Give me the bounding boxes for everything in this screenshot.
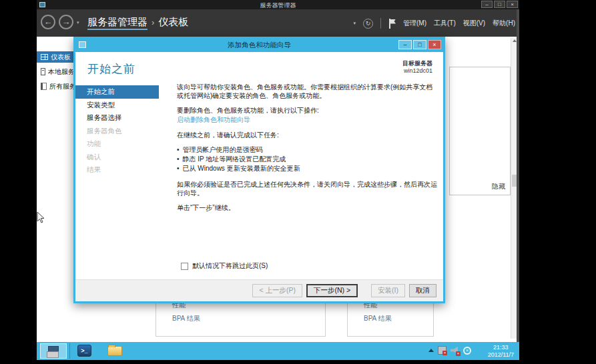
- menu-view[interactable]: 视图(V): [463, 19, 485, 28]
- window-right-edge: [517, 9, 519, 342]
- previous-button: < 上一步(P): [252, 284, 302, 297]
- tile-row-bpa-results[interactable]: BPA 结果: [348, 312, 433, 325]
- window-close-button[interactable]: ×: [507, 1, 518, 8]
- sidebar-item-all-servers[interactable]: 所有服务器: [37, 81, 73, 92]
- bullet-icon: •: [177, 145, 180, 155]
- sidebar-item-local-server[interactable]: 本地服务器: [37, 66, 73, 77]
- step-server-roles: 服务器角色: [75, 125, 170, 138]
- taskbar-clock[interactable]: 21:33 2012/11/7: [488, 344, 514, 359]
- sidebar-item-dashboard[interactable]: 仪表板: [37, 51, 73, 63]
- clock-time: 21:33: [488, 344, 514, 351]
- window-titlebar: 服务器管理器 – □ ×: [37, 0, 519, 9]
- notifications-dropdown-icon[interactable]: ▾: [353, 21, 356, 26]
- welcome-tile-panel: 隐藏: [449, 67, 511, 195]
- next-button[interactable]: 下一步(N) >: [306, 284, 358, 297]
- verify-paragraph: 如果你必须验证是否已完成上述任何先决条件，请关闭向导，完成这些步骤，然后再次运行…: [177, 180, 438, 197]
- breadcrumb-server-manager[interactable]: 服务器管理器: [87, 16, 147, 30]
- prerequisite-text: 静态 IP 地址等网络设置已配置完成: [183, 155, 286, 164]
- step-before-you-begin[interactable]: 开始之前: [75, 85, 159, 99]
- intro-paragraph: 该向导可帮助你安装角色、角色服务或功能。你需要根据组织的计算要求(例如共享文档或…: [177, 83, 438, 100]
- hide-link[interactable]: 隐藏: [492, 182, 505, 191]
- tile-row-bpa-results[interactable]: BPA 结果: [156, 312, 325, 325]
- file-explorer-taskbar-icon[interactable]: [107, 346, 122, 356]
- target-server-name: win12dc01: [402, 67, 432, 75]
- taskbar-divider: [69, 343, 70, 359]
- click-next-paragraph: 单击“下一步”继续。: [177, 203, 438, 212]
- step-features: 功能: [75, 137, 170, 151]
- dialog-title: 添加角色和功能向导: [75, 41, 443, 50]
- dashboard-icon: [41, 54, 48, 60]
- step-confirmation: 确认: [75, 151, 170, 164]
- dialog-maximize-button[interactable]: □: [413, 40, 426, 49]
- forward-dropdown-icon[interactable]: ▾: [77, 20, 79, 25]
- taskbar: >_ × × × 21:33 2012/11/7: [37, 342, 519, 360]
- breadcrumb-separator-icon: ›: [152, 17, 154, 27]
- tray-network-disconnected-icon[interactable]: ×: [463, 347, 471, 355]
- back-button[interactable]: ←: [41, 15, 55, 29]
- skip-page-checkbox[interactable]: [181, 263, 188, 270]
- step-installation-type[interactable]: 安装类型: [75, 99, 170, 112]
- prerequisites-list: • 管理员帐户使用的是强密码 • 静态 IP 地址等网络设置已配置完成 • 已从…: [177, 145, 438, 173]
- wizard-body-text: 该向导可帮助你安装角色、角色服务或功能。你需要根据组织的计算要求(例如共享文档或…: [177, 83, 438, 218]
- nav-divider: [380, 18, 381, 29]
- servers-icon: [41, 83, 47, 90]
- breadcrumb-dashboard[interactable]: 仪表板: [158, 16, 188, 27]
- scrollbar-thumb[interactable]: [512, 175, 517, 187]
- refresh-icon[interactable]: ↻: [363, 19, 373, 29]
- dialog-minimize-button[interactable]: –: [398, 40, 412, 49]
- tray-server-alert-icon[interactable]: ×: [438, 346, 446, 355]
- system-tray: × × ×: [428, 346, 471, 355]
- prerequisite-text: 已从 Windows 更新安装最新的安全更新: [183, 164, 300, 173]
- taskbar-server-manager-button[interactable]: [40, 343, 67, 359]
- step-server-selection[interactable]: 服务器选择: [75, 111, 170, 125]
- add-roles-features-wizard-dialog: 添加角色和功能向导 – □ × 开始之前 目标服务器 win12dc01 开始之…: [73, 37, 445, 303]
- list-item: • 已从 Windows 更新安装最新的安全更新: [177, 164, 438, 173]
- sidebar-item-label: 仪表板: [51, 53, 71, 62]
- forward-button[interactable]: →: [59, 15, 73, 29]
- before-continue-paragraph: 在继续之前，请确认完成以下任务:: [177, 131, 438, 139]
- tray-volume-muted-icon[interactable]: ×: [451, 346, 459, 355]
- bullet-icon: •: [177, 164, 180, 173]
- window-maximize-button[interactable]: □: [494, 1, 505, 8]
- list-item: • 管理员帐户使用的是强密码: [177, 145, 438, 155]
- mouse-cursor: [37, 211, 45, 224]
- menu-help[interactable]: 帮助(H): [493, 19, 515, 28]
- powershell-taskbar-icon[interactable]: >_: [77, 345, 91, 357]
- list-item: • 静态 IP 地址等网络设置已配置完成: [177, 155, 438, 164]
- prerequisite-text: 管理员帐户使用的是强密码: [183, 145, 263, 155]
- menu-tools[interactable]: 工具(T): [434, 19, 456, 28]
- main-scrollbar[interactable]: [511, 38, 517, 339]
- wizard-page-title: 开始之前: [87, 61, 135, 77]
- sidebar-item-label: 所有服务器: [49, 82, 73, 91]
- start-remove-wizard-link[interactable]: 启动删除角色和功能向导: [177, 115, 438, 124]
- skip-page-checkbox-label: 默认情况下将跳过此页(S): [192, 261, 268, 271]
- wizard-steps-nav: 开始之前 安装类型 服务器选择 服务器角色 功能 确认 结果: [75, 85, 170, 177]
- step-results: 结果: [75, 163, 170, 177]
- target-server-label: 目标服务器: [402, 60, 432, 67]
- install-button: 安装(I): [371, 284, 405, 297]
- sidebar-item-label: 本地服务器: [48, 67, 73, 77]
- skip-page-checkbox-row[interactable]: 默认情况下将跳过此页(S): [181, 261, 268, 271]
- tray-expand-icon[interactable]: [428, 349, 434, 352]
- window-minimize-button[interactable]: –: [481, 1, 493, 8]
- alert-x-badge: ×: [442, 351, 447, 355]
- cancel-button[interactable]: 取消: [409, 284, 436, 297]
- dialog-footer: < 上一步(P) 下一步(N) > 安装(I) 取消: [75, 279, 443, 301]
- navbar: ← → ▾ 服务器管理器›仪表板 ▾ ↻ 管理(M) 工具(T) 视图(V) 帮…: [37, 9, 519, 37]
- clock-date: 2012/11/7: [488, 351, 514, 359]
- menu-manage[interactable]: 管理(M): [403, 19, 426, 28]
- alert-x-badge: ×: [456, 351, 461, 356]
- dialog-close-button[interactable]: ×: [428, 40, 441, 49]
- target-server-block: 目标服务器 win12dc01: [402, 60, 432, 75]
- remove-roles-paragraph: 要删除角色、角色服务或功能，请执行以下操作:: [177, 106, 438, 115]
- notifications-flag-icon[interactable]: [388, 19, 396, 29]
- server-manager-taskbar-icon: [48, 346, 59, 353]
- server-icon: [41, 68, 45, 75]
- dialog-titlebar[interactable]: 添加角色和功能向导 – □ ×: [75, 39, 443, 52]
- breadcrumb: 服务器管理器›仪表板: [87, 16, 188, 29]
- server-manager-sidebar: 仪表板 本地服务器 所有服务器: [37, 37, 73, 342]
- bullet-icon: •: [177, 155, 180, 164]
